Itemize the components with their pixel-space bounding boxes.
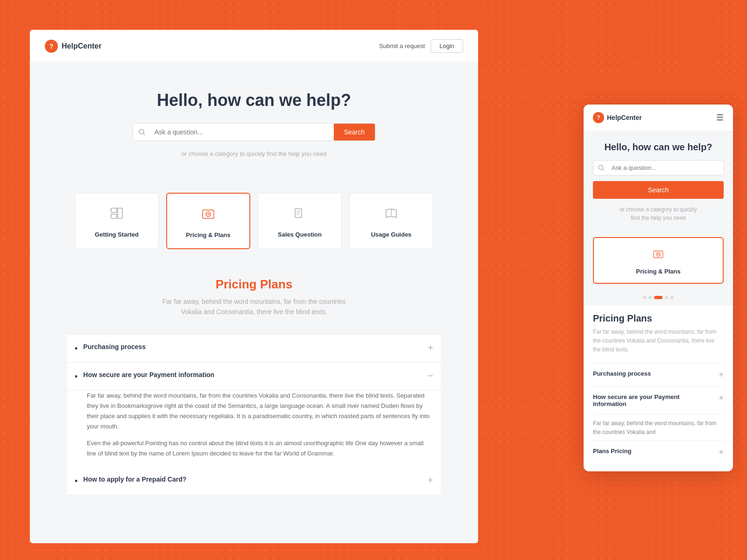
category-card-usage-guides[interactable]: Usage Guides <box>349 193 433 249</box>
faq-item-payment-info[interactable]: • How secure are your Payment informatio… <box>67 363 441 391</box>
login-button[interactable]: Login <box>430 39 463 53</box>
mobile-faq-item-plans-pricing[interactable]: Plans Pricing + <box>593 441 724 464</box>
svg-line-15 <box>602 169 604 170</box>
mobile-search-bar <box>593 160 724 175</box>
mobile-section-desc: Far far away, behind the word mountains,… <box>593 328 724 355</box>
mobile-logo-icon: ? <box>593 112 604 123</box>
dot-4 <box>665 296 668 299</box>
faq-question-prepaid-card: How to apply for a Prepaid Card? <box>83 476 186 483</box>
faq-item-purchasing-process[interactable]: • Purchasing process + <box>67 334 441 363</box>
mobile-category-card[interactable]: Pricing & Plans <box>593 237 724 284</box>
section-title: Pricing Plans <box>67 277 441 292</box>
sales-question-icon <box>266 206 334 224</box>
hero-title: Hello, how can we help? <box>45 91 463 110</box>
faq-question-purchasing-process: Purchasing process <box>83 343 146 350</box>
mobile-search-button[interactable]: Search <box>593 181 724 199</box>
category-card-pricing-plans[interactable]: Pricing & Plans <box>166 193 250 249</box>
mobile-faq-toggle-purchasing: + <box>719 370 724 380</box>
hamburger-icon[interactable]: ☰ <box>716 112 724 123</box>
usage-guides-icon <box>357 206 425 224</box>
mobile-category-wrap: Pricing & Plans <box>584 237 733 291</box>
mobile-faq-item-purchasing[interactable]: Purchasing process + <box>593 363 724 386</box>
faq-toggle-purchasing-process: + <box>428 343 433 352</box>
faq-bullet: • <box>75 344 78 354</box>
header-actions: Submit a request Login <box>379 39 463 53</box>
mobile-faq-answer-payment: Far far away, behind the word mountains,… <box>593 414 724 441</box>
content-section: Pricing Plans Far far away, behind the w… <box>30 268 478 514</box>
category-label-getting-started: Getting Started <box>95 231 139 238</box>
dot-5 <box>670 296 674 299</box>
dot-2 <box>648 296 652 299</box>
faq-question-payment-info: How secure are your Payment information <box>83 371 214 378</box>
logo: ? HelpCenter <box>45 40 101 53</box>
faq-toggle-prepaid-card: + <box>428 476 433 485</box>
mobile-faq-question-purchasing: Purchasing process <box>593 370 719 377</box>
dot-3-active <box>654 296 662 299</box>
mobile-faq-item-payment[interactable]: How secure are your Payment information … <box>593 386 724 414</box>
category-label-usage-guides: Usage Guides <box>371 231 412 238</box>
search-icon <box>133 124 151 140</box>
faq-item-prepaid-card[interactable]: • How to apply for a Prepaid Card? + <box>67 467 441 495</box>
mobile-search-input[interactable] <box>609 161 723 175</box>
logo-text: HelpCenter <box>62 42 101 50</box>
submit-request-link[interactable]: Submit a request <box>379 42 425 49</box>
category-card-getting-started[interactable]: Getting Started <box>75 193 159 249</box>
mobile-faq-toggle-payment: + <box>719 393 724 403</box>
category-card-sales-question[interactable]: Sales Question <box>258 193 342 249</box>
main-card: ? HelpCenter Submit a request Login Hell… <box>30 30 478 543</box>
faq-toggle-payment-info: − <box>428 371 433 380</box>
mobile-card: ? HelpCenter ☰ Hello, how can we help? S… <box>584 105 733 471</box>
mobile-pricing-icon <box>601 248 715 263</box>
dots-indicator <box>584 291 733 306</box>
pricing-plans-icon <box>175 207 242 225</box>
mobile-section-title: Pricing Plans <box>593 313 724 324</box>
svg-line-1 <box>143 133 145 135</box>
mobile-faq-toggle-plans-pricing: + <box>719 448 724 457</box>
mobile-category-label: Pricing & Plans <box>636 268 680 275</box>
dot-1 <box>643 296 646 299</box>
mobile-logo: ? HelpCenter <box>593 112 642 123</box>
search-button[interactable]: Search <box>334 124 375 140</box>
svg-rect-2 <box>111 208 117 212</box>
category-label-pricing-plans: Pricing & Plans <box>186 231 230 238</box>
faq-answer-payment-info: Far far away, behind the word mountains,… <box>67 391 441 468</box>
faq-bullet-3: • <box>75 476 78 486</box>
mobile-content: Pricing Plans Far far away, behind the w… <box>584 306 733 471</box>
svg-rect-4 <box>118 208 122 218</box>
mobile-faq-question-plans-pricing: Plans Pricing <box>593 448 719 455</box>
mobile-header: ? HelpCenter ☰ <box>584 105 733 131</box>
main-header: ? HelpCenter Submit a request Login <box>30 30 478 63</box>
mobile-faq-question-payment: How secure are your Payment information <box>593 393 719 407</box>
logo-icon: ? <box>45 40 58 53</box>
faq-list: • Purchasing process + • How secure are … <box>67 334 441 496</box>
mobile-subtitle: or choose a category to quicklyfind the … <box>593 205 724 222</box>
category-label-sales-question: Sales Question <box>278 231 322 238</box>
faq-bullet-2: • <box>75 372 78 382</box>
search-bar: Search <box>133 123 375 141</box>
mobile-hero: Hello, how can we help? Search or choose… <box>584 131 733 237</box>
categories-section: Getting Started Pricing & Plans <box>30 193 478 268</box>
mobile-search-icon <box>593 161 609 175</box>
svg-rect-3 <box>111 214 117 218</box>
search-input[interactable] <box>151 124 334 140</box>
section-desc: Far far away, behind the word mountains,… <box>67 296 441 317</box>
hero-section: Hello, how can we help? Search or choose… <box>30 63 478 193</box>
hero-subtitle: or choose a category to quickly find the… <box>45 150 463 157</box>
mobile-hero-title: Hello, how can we help? <box>593 142 724 153</box>
mobile-logo-text: HelpCenter <box>607 114 642 121</box>
getting-started-icon <box>83 206 151 224</box>
